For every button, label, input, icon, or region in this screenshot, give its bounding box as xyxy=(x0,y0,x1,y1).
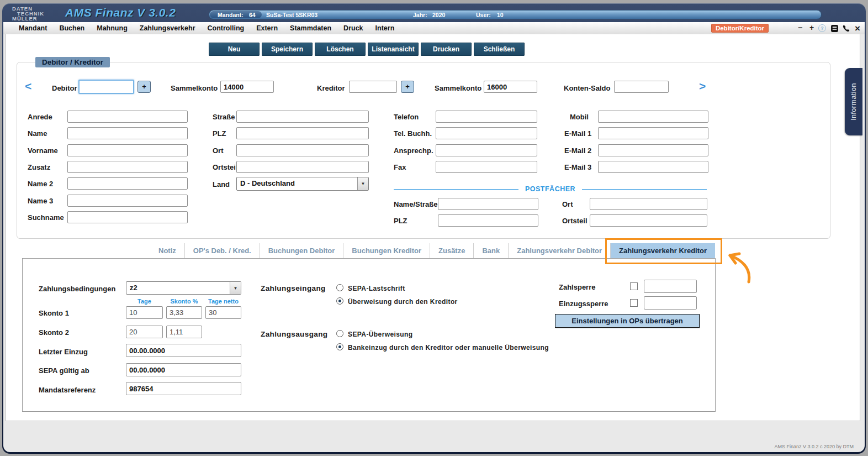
speichern-button[interactable]: Speichern xyxy=(262,43,313,56)
tab-zusaetze[interactable]: Zusätze xyxy=(430,243,474,258)
letzter-einzug-input[interactable] xyxy=(126,344,241,357)
pf-name-strasse-input[interactable] xyxy=(438,198,538,210)
konten-saldo-input[interactable] xyxy=(614,81,669,93)
pf-plz-input[interactable] xyxy=(438,214,538,227)
kreditor-input[interactable] xyxy=(349,81,397,93)
land-dropdown[interactable]: D - Deutschland ▼ xyxy=(236,177,369,191)
neu-button[interactable]: Neu xyxy=(209,43,260,56)
tab-zahlungsverkehr-debitor[interactable]: Zahlungsverkehr Debitor xyxy=(509,243,611,258)
minimize-button[interactable]: − xyxy=(796,23,805,33)
phone-icon[interactable] xyxy=(842,24,850,33)
menu-controlling[interactable]: Controlling xyxy=(202,24,251,32)
prev-record-icon[interactable]: < xyxy=(25,80,31,92)
skonto2-tage-input[interactable] xyxy=(126,326,163,338)
telefon-input[interactable] xyxy=(436,111,537,123)
app-title: AMS Finanz V 3.0.2 xyxy=(65,6,176,19)
pf-ortsteil-input[interactable] xyxy=(590,214,707,227)
pf-ort-label: Ort xyxy=(562,200,573,208)
mandatsreferenz-input[interactable] xyxy=(126,382,241,395)
menu-stammdaten[interactable]: Stammdaten xyxy=(284,24,337,32)
ort-input[interactable] xyxy=(236,144,369,156)
menu-mandant[interactable]: Mandant xyxy=(13,24,53,32)
tab-buchungen-debitor[interactable]: Buchungen Debitor xyxy=(260,243,344,258)
postfaecher-divider: POSTFÄCHER xyxy=(394,185,707,193)
fax-label: Fax xyxy=(394,163,406,171)
tel-buchh-input[interactable] xyxy=(436,127,537,139)
skonto-prozent-header: Skonto % xyxy=(166,298,202,305)
zahlungsbedingungen-dropdown[interactable]: z2 ▼ xyxy=(126,281,241,295)
footer-copyright: AMS Finanz V 3.0.2 c 2020 by DTM xyxy=(641,444,854,449)
email1-input[interactable] xyxy=(598,127,708,139)
tab-bank[interactable]: Bank xyxy=(474,243,509,258)
suchname-input[interactable] xyxy=(67,211,188,223)
sepa-ueberweisung-radio[interactable] xyxy=(336,330,343,337)
strasse-input[interactable] xyxy=(236,111,369,123)
plz-input[interactable] xyxy=(236,127,369,139)
land-dropdown-arrow-icon[interactable]: ▼ xyxy=(357,177,368,190)
name-input[interactable] xyxy=(67,127,188,139)
name2-input[interactable] xyxy=(67,177,188,190)
menu-mahnung[interactable]: Mahnung xyxy=(91,24,134,32)
user-value: 10 xyxy=(497,12,504,18)
drucken-button[interactable]: Drucken xyxy=(421,43,472,56)
debitor-label: Debitor xyxy=(52,84,77,92)
information-side-tab[interactable]: Information xyxy=(845,68,862,135)
sepa-lastschrift-radio[interactable] xyxy=(336,284,343,291)
add-kreditor-button[interactable]: + xyxy=(401,81,414,93)
tab-notiz[interactable]: Notiz xyxy=(150,243,185,258)
einzugssperre-checkbox[interactable] xyxy=(630,299,638,307)
tab-buchungen-kreditor[interactable]: Buchungen Kreditor xyxy=(343,243,430,258)
menu-extern[interactable]: Extern xyxy=(250,24,284,32)
listenansicht-button[interactable]: Listenansicht xyxy=(368,43,419,56)
notes-icon[interactable] xyxy=(830,24,839,33)
ueberweisung-kreditor-radio[interactable] xyxy=(336,297,343,305)
fax-input[interactable] xyxy=(436,161,537,173)
name3-input[interactable] xyxy=(67,195,188,207)
email2-input[interactable] xyxy=(598,144,708,156)
mobil-input[interactable] xyxy=(598,111,708,123)
ansprechp-input[interactable] xyxy=(436,144,537,156)
tab-ops-deb-kred[interactable]: OP's Deb. / Kred. xyxy=(185,243,260,258)
ort-label: Ort xyxy=(213,146,224,155)
einzugssperre-input[interactable] xyxy=(644,296,697,310)
sammelkonto-kreditor-input[interactable] xyxy=(484,81,537,93)
bankeinzug-label: Bankeinzug durch den Kreditor oder manue… xyxy=(348,344,549,352)
menu-zahlungsverkehr[interactable]: Zahlungsverkehr xyxy=(134,24,202,32)
anrede-input[interactable] xyxy=(67,111,188,123)
sammelkonto-debitor-input[interactable] xyxy=(220,81,274,93)
menu-buchen[interactable]: Buchen xyxy=(53,24,91,32)
schliessen-button[interactable]: Schließen xyxy=(474,43,525,56)
pf-ort-input[interactable] xyxy=(590,198,707,210)
zahlsperre-input[interactable] xyxy=(644,280,697,293)
menu-druck[interactable]: Druck xyxy=(337,24,369,32)
close-icon[interactable]: × xyxy=(853,23,862,33)
maximize-button[interactable]: + xyxy=(807,23,816,33)
zusatz-input[interactable] xyxy=(67,161,188,173)
zahlsperre-checkbox[interactable] xyxy=(630,282,638,290)
zahlungsbedingungen-value: z2 xyxy=(126,282,230,294)
debitor-input[interactable] xyxy=(78,80,134,94)
ortsteil-input[interactable] xyxy=(236,161,369,173)
bankeinzug-radio[interactable] xyxy=(336,343,343,350)
sepa-gueltig-input[interactable] xyxy=(126,363,241,376)
active-module-badge: Debitor/Kreditor xyxy=(711,24,769,33)
next-record-icon[interactable]: > xyxy=(699,80,706,92)
tab-zahlungsverkehr-kreditor[interactable]: Zahlungsverkehr Kreditor xyxy=(611,243,715,258)
name3-label: Name 3 xyxy=(28,197,53,205)
skonto2-prozent-input[interactable] xyxy=(166,326,202,338)
help-icon[interactable]: ? xyxy=(818,24,826,32)
anrede-label: Anrede xyxy=(28,113,52,121)
vorname-input[interactable] xyxy=(67,144,188,156)
transfer-ops-button[interactable]: Einstellungen in OPs übertragen xyxy=(555,314,700,328)
email3-input[interactable] xyxy=(598,161,708,173)
name2-label: Name 2 xyxy=(28,180,53,188)
jahr-value: 2020 xyxy=(432,12,445,18)
skonto1-tage-input[interactable] xyxy=(126,306,163,319)
zahlungsbedingungen-arrow-icon[interactable]: ▼ xyxy=(230,282,241,294)
skonto1-prozent-input[interactable] xyxy=(166,306,202,319)
skonto1-tage-netto-input[interactable] xyxy=(205,306,241,319)
add-debitor-button[interactable]: + xyxy=(137,81,151,93)
loeschen-button[interactable]: Löschen xyxy=(315,43,366,56)
menu-intern[interactable]: Intern xyxy=(369,24,401,32)
session-info-bar: Mandant: 64 SuSa-Test 5SKR03 Jahr: 2020 … xyxy=(209,10,822,19)
